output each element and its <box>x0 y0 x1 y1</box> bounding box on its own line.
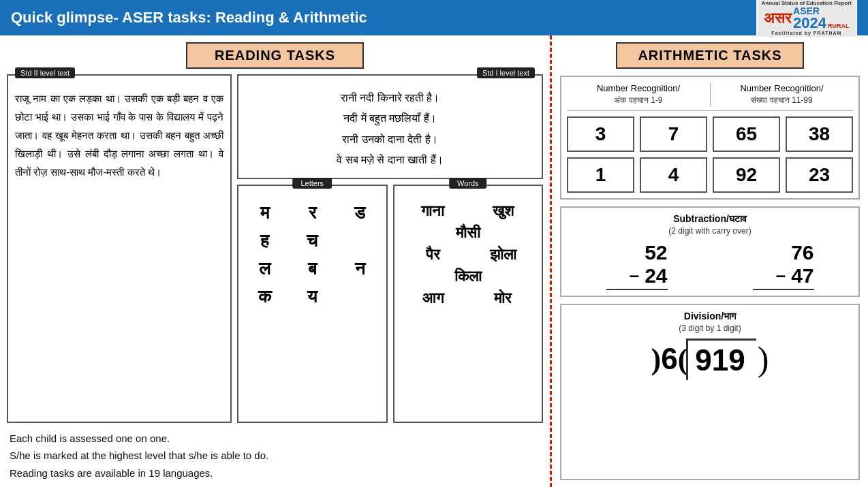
words-badge: Words <box>449 178 487 189</box>
words-card: Words गाना खुश मौसी पैर झोला किला आग मोर <box>393 185 544 423</box>
num-1: 1 <box>567 157 634 193</box>
logo-rural: RURAL <box>828 22 850 29</box>
reading-tasks-header: READING TASKS <box>7 42 543 69</box>
divisor-num: 6 <box>661 342 677 376</box>
minus-icon-2: – <box>776 265 786 286</box>
arithmetic-tasks-header: ARITHMETIC TASKS <box>560 42 860 69</box>
letter-न: न <box>339 258 380 279</box>
dividend-container: 919 <box>686 339 756 380</box>
division-box: Division/भाग (3 digit by 1 digit) ) 6 ( … <box>560 304 860 480</box>
letters-words-row: Letters म र ड ह च ल ब न क य <box>237 185 543 423</box>
subtraction-subtitle: (2 digit with carry over) <box>567 226 853 236</box>
letters-card: Letters म र ड ह च ल ब न क य <box>237 185 388 423</box>
sub-problem-2: 76 – 47 <box>753 241 814 290</box>
word-गाना: गाना <box>400 202 466 220</box>
story-card: Std II level text राजू नाम का एक लड़का थ… <box>7 74 232 423</box>
sub2-bottom-val: 47 <box>791 264 813 287</box>
nr-col1-header: Number Recognition/ अंक पहचान 1-9 <box>567 82 710 106</box>
letter-क: क <box>244 286 285 307</box>
nr-header: Number Recognition/ अंक पहचान 1-9 Number… <box>567 82 853 111</box>
divisor-val: ) <box>651 342 662 377</box>
letter-च: च <box>292 230 332 251</box>
sub2-top: 76 <box>791 241 813 264</box>
main-content: READING TASKS Std II level text राजू नाम… <box>0 35 868 487</box>
sub1-bottom: – 24 <box>630 264 668 287</box>
subtraction-box: Subtraction/घटाव (2 digit with carry ove… <box>560 206 860 297</box>
sub2-bottom: – 47 <box>776 264 814 287</box>
letter-य: य <box>292 286 332 307</box>
letter-म: म <box>244 202 285 223</box>
num-3: 3 <box>567 116 634 152</box>
letters-grid: म र ड ह च ल ब न क य <box>244 202 381 307</box>
letter-ड: ड <box>339 202 380 223</box>
nr1-title: Number Recognition/ <box>567 82 710 95</box>
division-display: ) 6 ( 919 ) <box>567 339 853 380</box>
num-7: 7 <box>640 116 707 152</box>
letter-ब: ब <box>292 258 332 279</box>
nr-col2-header: Number Recognition/ संख्या पहचान 11-99 <box>710 82 853 106</box>
sub1-top: 52 <box>645 241 667 264</box>
word-किला: किला <box>400 268 537 285</box>
division-subtitle: (3 digit by 1 digit) <box>567 324 853 333</box>
num-38: 38 <box>786 116 853 152</box>
nr2-hindi: संख्या पहचान 11-99 <box>711 95 853 106</box>
para-card: Std I level text रानी नदी किनारे रहती है… <box>237 74 543 179</box>
logo-aser-hindi: असर <box>764 11 792 26</box>
nr1-hindi: अंक पहचान 1-9 <box>567 95 710 106</box>
word-आग: आग <box>400 289 466 307</box>
app-header: Quick glimpse- ASER tasks: Reading & Ari… <box>0 0 868 35</box>
nr-right-grid: 65 38 92 23 <box>713 116 853 193</box>
reading-tasks-title: READING TASKS <box>186 42 364 69</box>
note-line1: Each child is assessed one on one. <box>10 430 540 447</box>
sub-problem-1: 52 – 24 <box>606 241 668 290</box>
letter-ल: ल <box>244 258 285 279</box>
note-line2: S/he is marked at the highest level that… <box>10 447 540 465</box>
reading-cards-row: Std II level text राजू नाम का एक लड़का थ… <box>7 74 543 423</box>
note-line3: Reading tasks are available in 19 langua… <box>10 465 540 482</box>
words-grid: गाना खुश मौसी पैर झोला किला आग मोर <box>400 202 537 307</box>
subtraction-row: 52 – 24 76 – 47 <box>567 241 853 290</box>
story-text: राजू नाम का एक लड़का था। उसकी एक बड़ी बह… <box>15 89 223 181</box>
letter-empty <box>339 230 380 251</box>
header-title: Quick glimpse- ASER tasks: Reading & Ari… <box>11 9 367 27</box>
num-23: 23 <box>786 157 853 193</box>
word-खुश: खुश <box>470 202 536 220</box>
logo-year: 2024 <box>793 16 826 31</box>
word-मौसी: मौसी <box>400 224 537 242</box>
num-4: 4 <box>640 157 707 193</box>
para-badge: Std I level text <box>477 67 535 78</box>
bottom-note: Each child is assessed one on one. S/he … <box>7 423 543 488</box>
right-reading: Std I level text रानी नदी किनारे रहती है… <box>237 74 543 423</box>
left-panel: READING TASKS Std II level text राजू नाम… <box>0 35 552 487</box>
subtraction-title: Subtraction/घटाव <box>567 213 853 225</box>
num-92: 92 <box>713 157 780 193</box>
nr-left-grid: 3 7 1 4 <box>567 116 707 193</box>
number-grids: 3 7 1 4 65 38 92 23 <box>567 116 853 193</box>
logo-facilitated: Facilitated by PRATHAM <box>771 31 841 35</box>
nr2-title: Number Recognition/ <box>711 82 853 95</box>
minus-icon-1: – <box>630 265 639 286</box>
close-mark: ) <box>758 339 769 379</box>
sub-line-1 <box>606 289 668 290</box>
letters-badge: Letters <box>292 178 332 189</box>
word-झोला: झोला <box>470 246 536 264</box>
sub-line-2 <box>753 289 814 290</box>
aser-logo: Annual Status of Education Report असर AS… <box>756 0 857 38</box>
logo-area: Annual Status of Education Report असर AS… <box>756 0 857 38</box>
num-65: 65 <box>713 116 780 152</box>
right-panel: ARITHMETIC TASKS Number Recognition/ अंक… <box>552 35 868 487</box>
story-badge: Std II level text <box>15 67 75 78</box>
sub1-bottom-val: 24 <box>645 264 667 287</box>
letter-ह: ह <box>244 230 285 251</box>
letter-र: र <box>292 202 332 223</box>
arithmetic-tasks-title: ARITHMETIC TASKS <box>616 42 803 69</box>
word-पैर: पैर <box>400 246 466 264</box>
number-recognition-box: Number Recognition/ अंक पहचान 1-9 Number… <box>560 76 860 200</box>
division-title: Division/भाग <box>567 311 853 322</box>
para-text: रानी नदी किनारे रहती है। नदी में बहुत मछ… <box>248 88 532 171</box>
word-मोर: मोर <box>470 289 536 307</box>
